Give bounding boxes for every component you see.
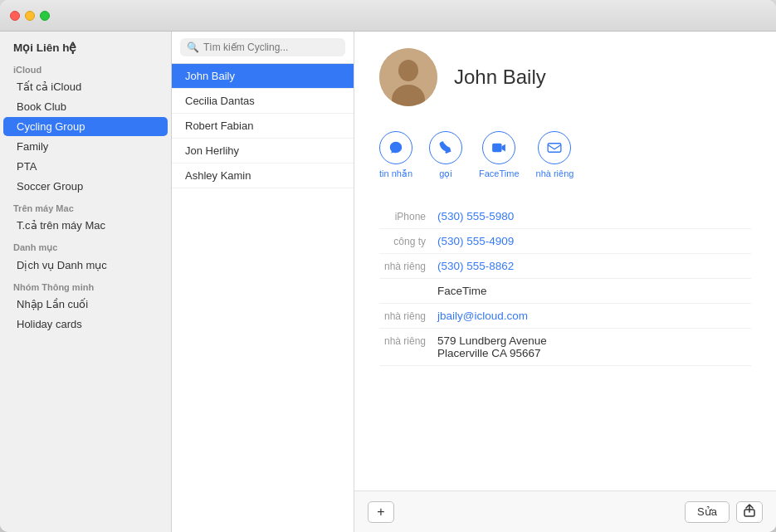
sidebar-section-icloud: iCloud [0, 58, 171, 76]
email-row-value[interactable]: jbaily@icloud.com [437, 310, 751, 322]
sidebar-item-last-import[interactable]: Nhập Lần cuối [3, 295, 168, 314]
detail-content: John Baily tin nhắn [354, 32, 776, 491]
info-row-email: nhà riêng jbaily@icloud.com [379, 304, 751, 329]
contact-name: John Baily [454, 66, 546, 89]
add-button[interactable]: + [368, 501, 394, 523]
email-row-label: nhà riêng [379, 310, 437, 322]
facetime-row-value[interactable]: FaceTime [437, 285, 751, 297]
action-message-button[interactable]: tin nhắn [379, 131, 412, 179]
info-row-home-phone: nhà riêng (530) 555-8862 [379, 254, 751, 279]
sidebar: Mọi Liên hệ iCloud Tất cả iCloud Book Cl… [0, 32, 172, 532]
edit-button[interactable]: Sửa [685, 501, 730, 523]
search-bar: 🔍 [172, 32, 354, 64]
message-label: tin nhắn [379, 168, 412, 179]
share-button[interactable] [736, 501, 763, 523]
search-input-wrapper: 🔍 [180, 38, 345, 56]
main-content: Mọi Liên hệ iCloud Tất cả iCloud Book Cl… [0, 32, 776, 532]
sidebar-item-book-club[interactable]: Book Club [3, 97, 168, 116]
sidebar-section-mac: Trên máy Mac [0, 197, 171, 215]
info-row-facetime: FaceTime [379, 279, 751, 304]
search-icon: 🔍 [187, 41, 199, 53]
facetime-row-label [379, 285, 437, 286]
contact-item-ashley-kamin[interactable]: Ashley Kamin [172, 164, 354, 188]
info-row-iphone: iPhone (530) 555-5980 [379, 204, 751, 229]
avatar [379, 48, 437, 106]
contact-item-jon-herlihy[interactable]: Jon Herlihy [172, 139, 354, 164]
sidebar-section-smart-groups: Nhóm Thông minh [0, 276, 171, 294]
facetime-label: FaceTime [479, 168, 520, 178]
close-button[interactable] [10, 11, 20, 21]
iphone-value[interactable]: (530) 555-5980 [437, 210, 751, 222]
facetime-icon [482, 131, 515, 164]
sidebar-section-directory: Danh mục [0, 236, 171, 255]
maximize-button[interactable] [40, 11, 50, 21]
email-icon [538, 131, 571, 164]
sidebar-item-all-mac[interactable]: T.cả trên máy Mac [3, 216, 168, 235]
iphone-label: iPhone [379, 210, 437, 222]
detail-footer: + Sửa [354, 491, 776, 532]
traffic-lights [10, 11, 50, 21]
sidebar-item-directory-service[interactable]: Dịch vụ Danh mục [3, 256, 168, 275]
search-input[interactable] [203, 41, 339, 53]
contacts-list-panel: 🔍 John Baily Cecilia Dantas Robert Fabia… [172, 32, 354, 532]
call-label: gọi [439, 168, 452, 179]
info-row-address: nhà riêng 579 Lundberg AvenuePlacerville… [379, 329, 751, 366]
contact-header: John Baily [379, 48, 751, 106]
contact-item-john-baily[interactable]: John Baily [172, 64, 354, 89]
home-phone-label: nhà riêng [379, 260, 437, 272]
app-window: Mọi Liên hệ iCloud Tất cả iCloud Book Cl… [0, 0, 776, 532]
email-label: nhà riêng [536, 168, 574, 178]
contact-item-robert-fabian[interactable]: Robert Fabian [172, 114, 354, 139]
sidebar-item-all-icloud[interactable]: Tất cả iCloud [3, 77, 168, 96]
message-icon [379, 131, 412, 164]
address-label: nhà riêng [379, 334, 437, 347]
sidebar-item-holiday-cards[interactable]: Holiday cards [3, 315, 168, 334]
home-phone-value[interactable]: (530) 555-8862 [437, 260, 751, 272]
company-value[interactable]: (530) 555-4909 [437, 235, 751, 247]
footer-left: + [368, 501, 394, 523]
sidebar-item-cycling-group[interactable]: Cycling Group [3, 117, 168, 136]
sidebar-item-soccer-group[interactable]: Soccer Group [3, 177, 168, 196]
svg-point-1 [398, 60, 418, 81]
action-call-button[interactable]: gọi [429, 131, 462, 179]
info-row-company: công ty (530) 555-4909 [379, 229, 751, 254]
action-facetime-button[interactable]: FaceTime [479, 131, 520, 179]
action-email-button[interactable]: nhà riêng [536, 131, 574, 179]
svg-rect-4 [492, 144, 501, 153]
address-value[interactable]: 579 Lundberg AvenuePlacerville CA 95667 [437, 334, 751, 359]
minimize-button[interactable] [25, 11, 35, 21]
sidebar-all-contacts[interactable]: Mọi Liên hệ [0, 37, 171, 58]
call-icon [429, 131, 462, 164]
add-icon: + [377, 505, 384, 520]
titlebar [0, 0, 776, 32]
svg-rect-5 [549, 144, 562, 153]
company-label: công ty [379, 235, 437, 247]
action-buttons: tin nhắn gọi [379, 123, 751, 188]
info-section: iPhone (530) 555-5980 công ty (530) 555-… [379, 204, 751, 366]
contacts-list: John Baily Cecilia Dantas Robert Fabian … [172, 64, 354, 532]
sidebar-item-family[interactable]: Family [3, 137, 168, 156]
detail-panel: John Baily tin nhắn [354, 32, 776, 532]
share-icon [744, 504, 755, 520]
footer-right: Sửa [685, 501, 763, 523]
contact-item-cecilia-dantas[interactable]: Cecilia Dantas [172, 89, 354, 114]
sidebar-item-pta[interactable]: PTA [3, 157, 168, 176]
